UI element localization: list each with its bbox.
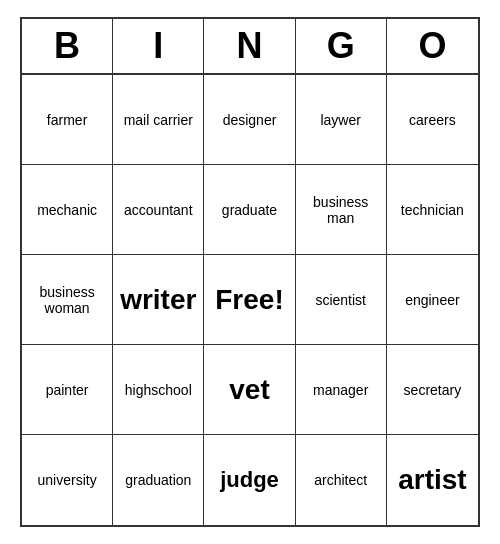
bingo-cell: writer (113, 255, 204, 345)
bingo-cell: business man (296, 165, 387, 255)
cell-text: business woman (26, 284, 108, 316)
cell-text: architect (314, 472, 367, 488)
cell-text: university (38, 472, 97, 488)
cell-text: mechanic (37, 202, 97, 218)
bingo-header: BINGO (22, 19, 478, 75)
cell-text: designer (223, 112, 277, 128)
cell-text: writer (120, 284, 196, 316)
bingo-cell: careers (387, 75, 478, 165)
cell-text: secretary (404, 382, 462, 398)
bingo-cell: laywer (296, 75, 387, 165)
bingo-cell: highschool (113, 345, 204, 435)
bingo-cell: manager (296, 345, 387, 435)
bingo-cell: graduation (113, 435, 204, 525)
bingo-cell: painter (22, 345, 113, 435)
cell-text: vet (229, 374, 269, 406)
cell-text: mail carrier (124, 112, 193, 128)
cell-text: highschool (125, 382, 192, 398)
header-letter: O (387, 19, 478, 73)
bingo-cell: graduate (204, 165, 295, 255)
cell-text: graduate (222, 202, 277, 218)
bingo-cell: scientist (296, 255, 387, 345)
cell-text: farmer (47, 112, 87, 128)
bingo-cell: vet (204, 345, 295, 435)
bingo-cell: judge (204, 435, 295, 525)
cell-text: scientist (315, 292, 366, 308)
bingo-card: BINGO farmermail carrierdesignerlaywerca… (20, 17, 480, 527)
bingo-cell: artist (387, 435, 478, 525)
bingo-cell: engineer (387, 255, 478, 345)
bingo-cell: secretary (387, 345, 478, 435)
cell-text: accountant (124, 202, 193, 218)
cell-text: business man (300, 194, 382, 226)
cell-text: artist (398, 464, 466, 496)
cell-text: engineer (405, 292, 460, 308)
bingo-cell: designer (204, 75, 295, 165)
cell-text: graduation (125, 472, 191, 488)
bingo-cell: architect (296, 435, 387, 525)
bingo-cell: accountant (113, 165, 204, 255)
bingo-cell: mechanic (22, 165, 113, 255)
bingo-cell: university (22, 435, 113, 525)
bingo-cell: farmer (22, 75, 113, 165)
cell-text: painter (46, 382, 89, 398)
header-letter: G (296, 19, 387, 73)
cell-text: judge (220, 467, 279, 493)
cell-text: manager (313, 382, 368, 398)
bingo-cell: technician (387, 165, 478, 255)
cell-text: Free! (215, 284, 283, 316)
header-letter: N (204, 19, 295, 73)
bingo-cell: mail carrier (113, 75, 204, 165)
cell-text: technician (401, 202, 464, 218)
header-letter: B (22, 19, 113, 73)
bingo-cell: business woman (22, 255, 113, 345)
cell-text: careers (409, 112, 456, 128)
bingo-cell: Free! (204, 255, 295, 345)
header-letter: I (113, 19, 204, 73)
bingo-grid: farmermail carrierdesignerlaywercareersm… (22, 75, 478, 525)
cell-text: laywer (320, 112, 360, 128)
